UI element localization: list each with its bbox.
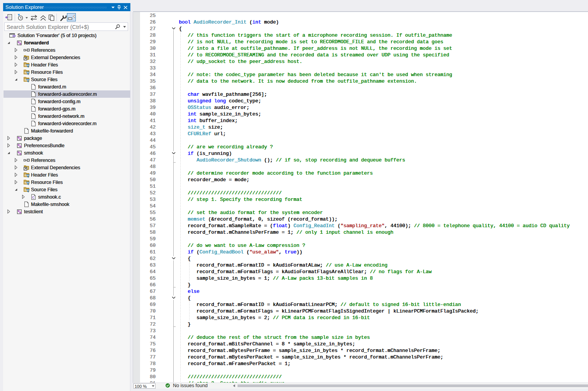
svg-text:C: C [32,196,34,199]
